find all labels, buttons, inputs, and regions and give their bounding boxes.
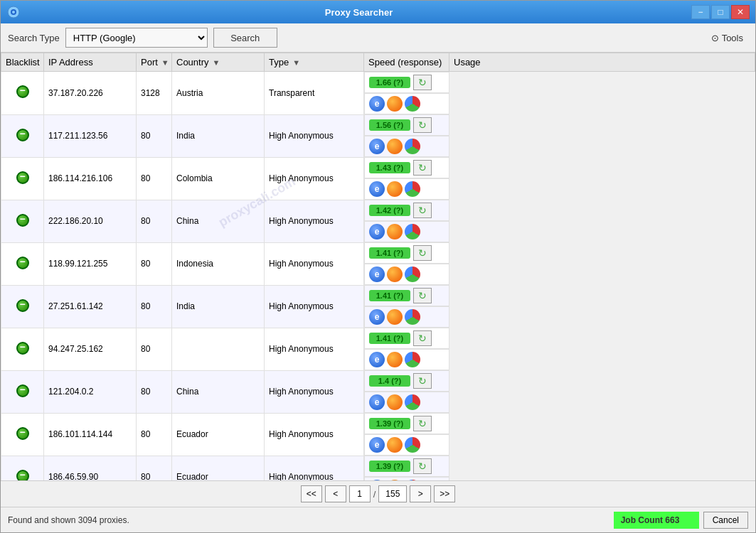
table-row[interactable]: 186.46.59.9080EcuadorHigh Anonymous1.39 … <box>1 456 755 480</box>
table-row[interactable]: 37.187.20.2263128AustriaTransparent1.66 … <box>1 72 755 115</box>
toolbar-left: Search Type HTTP (Google) Search <box>8 28 277 48</box>
table-row[interactable]: 222.186.20.1080ChinaHigh Anonymous1.42 (… <box>1 200 755 242</box>
refresh-speed-button[interactable]: ↻ <box>413 416 432 431</box>
blacklist-icon[interactable] <box>16 85 29 98</box>
firefox-icon[interactable] <box>387 266 403 282</box>
firefox-icon[interactable] <box>387 309 403 325</box>
blacklist-cell <box>1 157 44 200</box>
table-row[interactable]: 186.101.114.14480EcuadorHigh Anonymous1.… <box>1 413 755 456</box>
ie-icon[interactable]: e <box>369 181 385 197</box>
refresh-speed-button[interactable]: ↻ <box>413 245 432 261</box>
country-cell: India <box>172 114 265 157</box>
table-row[interactable]: 121.204.0.280ChinaHigh Anonymous1.4 (?)↻… <box>1 370 755 413</box>
blacklist-icon[interactable] <box>16 214 29 227</box>
chrome-icon[interactable] <box>405 437 420 453</box>
table-row[interactable]: 117.211.123.5680IndiaHigh Anonymous1.56 … <box>1 114 755 157</box>
firefox-icon[interactable] <box>387 437 403 453</box>
blacklist-icon[interactable] <box>16 257 29 269</box>
search-type-select[interactable]: HTTP (Google) <box>65 28 208 48</box>
blacklist-icon[interactable] <box>16 384 29 397</box>
chrome-icon[interactable] <box>405 309 420 325</box>
firefox-icon[interactable] <box>387 394 403 410</box>
table-row[interactable]: 94.247.25.16280High Anonymous1.41 (?)↻e <box>1 328 755 370</box>
search-button[interactable]: Search <box>213 28 277 48</box>
type-cell: High Anonymous <box>265 114 364 157</box>
blacklist-cell <box>1 72 44 115</box>
current-page-input[interactable] <box>349 485 371 502</box>
ie-icon[interactable]: e <box>369 266 385 282</box>
maximize-button[interactable]: □ <box>711 5 730 19</box>
firefox-icon[interactable] <box>387 480 403 480</box>
type-cell: High Anonymous <box>265 328 364 370</box>
ie-icon[interactable]: e <box>369 437 385 453</box>
refresh-speed-button[interactable]: ↻ <box>413 330 432 346</box>
ip-cell: 94.247.25.162 <box>44 328 137 370</box>
ie-icon[interactable]: e <box>369 394 385 410</box>
blacklist-cell <box>1 456 44 480</box>
firefox-icon[interactable] <box>387 181 403 197</box>
chrome-icon[interactable] <box>405 224 420 239</box>
ie-icon[interactable]: e <box>369 309 385 325</box>
refresh-speed-button[interactable]: ↻ <box>413 117 432 133</box>
ie-icon[interactable]: e <box>369 352 385 367</box>
minimize-button[interactable]: − <box>691 5 710 19</box>
blacklist-icon[interactable] <box>16 171 29 184</box>
table-row[interactable]: 27.251.61.14280IndiaHigh Anonymous1.41 (… <box>1 285 755 328</box>
blacklist-icon[interactable] <box>16 427 29 440</box>
tools-button[interactable]: ⊙ Tools <box>706 31 748 45</box>
ie-icon[interactable]: e <box>369 96 385 112</box>
type-cell: High Anonymous <box>265 413 364 456</box>
table-row[interactable]: 186.114.216.10680ColombiaHigh Anonymous1… <box>1 157 755 200</box>
cancel-button[interactable]: Cancel <box>703 512 748 529</box>
chrome-icon[interactable] <box>405 181 420 197</box>
port-cell: 80 <box>137 456 172 480</box>
firefox-icon[interactable] <box>387 352 403 367</box>
blacklist-cell <box>1 370 44 413</box>
type-cell: Transparent <box>265 72 364 115</box>
chrome-icon[interactable] <box>405 480 420 480</box>
firefox-icon[interactable] <box>387 96 403 112</box>
refresh-speed-button[interactable]: ↻ <box>413 75 432 90</box>
refresh-speed-button[interactable]: ↻ <box>413 288 432 303</box>
type-filter-icon[interactable]: ▼ <box>292 58 300 67</box>
chrome-icon[interactable] <box>405 139 420 154</box>
table-wrapper[interactable]: proxycali.com Blacklist IP Address Port <box>1 53 755 480</box>
prev-page-button[interactable]: < <box>325 485 346 502</box>
firefox-icon[interactable] <box>387 139 403 154</box>
blacklist-cell <box>1 285 44 328</box>
close-button[interactable]: ✕ <box>731 5 750 19</box>
search-type-label: Search Type <box>8 33 60 43</box>
chrome-icon[interactable] <box>405 352 420 367</box>
first-page-button[interactable]: << <box>301 485 322 502</box>
window-title: Proxy Searcher <box>26 7 691 18</box>
country-cell: China <box>172 200 265 242</box>
refresh-speed-button[interactable]: ↻ <box>413 373 432 389</box>
table-row[interactable]: 118.99.121.25580IndonesiaHigh Anonymous1… <box>1 242 755 285</box>
ie-icon[interactable]: e <box>369 224 385 239</box>
chrome-icon[interactable] <box>405 266 420 282</box>
main-window: Proxy Searcher − □ ✕ Search Type HTTP (G… <box>0 0 756 533</box>
refresh-speed-button[interactable]: ↻ <box>413 160 432 176</box>
refresh-speed-button[interactable]: ↻ <box>413 458 432 474</box>
usage-cell: e <box>364 136 449 157</box>
blacklist-icon[interactable] <box>16 470 29 481</box>
blacklist-icon[interactable] <box>16 342 29 355</box>
refresh-speed-button[interactable]: ↻ <box>413 203 432 218</box>
tools-chevron-icon: ⊙ <box>711 33 719 43</box>
blacklist-icon[interactable] <box>16 299 29 312</box>
last-page-button[interactable]: >> <box>434 485 455 502</box>
th-speed: Speed (response) <box>364 53 449 72</box>
ip-cell: 186.46.59.90 <box>44 456 137 480</box>
port-filter-icon[interactable]: ▼ <box>161 58 169 67</box>
firefox-icon[interactable] <box>387 224 403 239</box>
next-page-button[interactable]: > <box>410 485 431 502</box>
chrome-icon[interactable] <box>405 96 420 112</box>
blacklist-icon[interactable] <box>16 129 29 141</box>
type-cell: High Anonymous <box>265 456 364 480</box>
ie-icon[interactable]: e <box>369 139 385 154</box>
speed-badge: 1.41 (?) <box>369 247 410 259</box>
chrome-icon[interactable] <box>405 394 420 410</box>
ie-icon[interactable]: e <box>369 480 385 480</box>
speed-badge: 1.4 (?) <box>369 375 410 387</box>
country-filter-icon[interactable]: ▼ <box>213 58 220 67</box>
